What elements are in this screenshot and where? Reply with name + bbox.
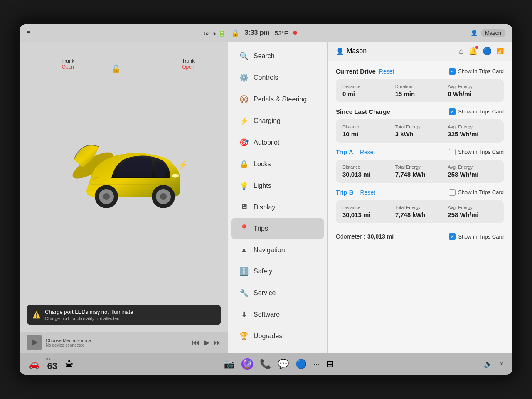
next-track-button[interactable]: ⏭ (214, 338, 221, 347)
autopilot-icon: 🎯 (239, 138, 249, 147)
prev-track-button[interactable]: ⏮ (192, 338, 200, 347)
menu-item-service[interactable]: 🔧 Service (231, 283, 324, 303)
stat-total-energy-tripb: Total Energy 7,748 kWh (395, 205, 445, 218)
menu-label-trips: Trips (254, 225, 268, 232)
show-trips-label-3: Show in Trips Card (458, 149, 504, 155)
current-drive-stats: Distance 0 mi Duration 15 min Avg. Energ… (336, 79, 504, 102)
record-dot (293, 31, 297, 35)
warning-text-sub: Charge port functionality not affected (45, 316, 133, 321)
grid-taskbar-icon[interactable]: ⊞ (326, 359, 334, 369)
menu-item-software[interactable]: ⬇ Software (231, 304, 324, 325)
trip-b-reset[interactable]: Reset (360, 189, 376, 196)
trip-a-checkbox[interactable] (449, 149, 456, 155)
trip-b-checkbox[interactable] (449, 189, 456, 196)
lock-icon-float: 🔓 (111, 64, 121, 74)
stat-avg-energy-tripa: Avg. Energy 258 Wh/mi (448, 165, 497, 178)
chat-taskbar-icon[interactable]: 💬 (278, 359, 289, 369)
user-chip[interactable]: Mason (481, 29, 505, 37)
stat-duration-current: Duration 15 min (395, 84, 445, 97)
more-taskbar-icon[interactable]: ··· (313, 360, 320, 369)
trip-a-title: Trip A (336, 148, 353, 155)
menu-item-controls[interactable]: ⚙️ Controls (231, 67, 324, 88)
show-trips-label-4: Show in Trips Card (458, 189, 504, 195)
notification-icon[interactable]: 🔔 (468, 47, 478, 56)
stat-distance-tripb: Distance 30,013 mi (342, 205, 392, 218)
menu-icon: ≡ (27, 29, 30, 37)
status-bar: ≡ 52 % 🔋 🔒 3:33 pm 53°F 👤 Mason (20, 24, 512, 42)
smiley-taskbar-icon[interactable]: 🔮 (241, 358, 253, 370)
trip-a-header: Trip A Reset Show in Trips Card (336, 148, 504, 155)
screen-bezel: ≡ 52 % 🔋 🔒 3:33 pm 53°F 👤 Mason (17, 21, 515, 378)
bottom-icons: 📷 🔮 📞 💬 🔵 ··· ⊞ (80, 358, 477, 370)
locks-icon: 🔒 (239, 160, 249, 169)
current-drive-show-trips[interactable]: ✓ Show in Trips Card (449, 68, 504, 75)
trips-icon: 📍 (239, 224, 249, 233)
volume-x-icon: ✕ (500, 361, 504, 367)
search-icon: 🔍 (239, 52, 249, 61)
person-icon: 👤 (470, 30, 478, 36)
menu-item-autopilot[interactable]: 🎯 Autopilot (231, 132, 324, 153)
stat-avg-energy-tripb: Avg. Energy 258 Wh/mi (448, 205, 497, 218)
trunk-label: Trunk Open (182, 58, 195, 70)
menu-item-upgrades[interactable]: 🏆 Upgrades (231, 326, 324, 347)
menu-item-navigation[interactable]: ▲ Navigation (231, 240, 324, 260)
right-header-user: 👤 Mason (336, 47, 455, 55)
left-panel: Frunk Open Trunk Open 🔓 (20, 42, 228, 353)
odometer-show-trips[interactable]: ✓ Show in Trips Card (449, 233, 504, 240)
menu-item-charging[interactable]: ⚡ Charging (231, 111, 324, 131)
trip-a-show-trips[interactable]: Show in Trips Card (449, 149, 504, 155)
since-last-charge-checkbox[interactable]: ✓ (449, 108, 456, 115)
menu-item-display[interactable]: 🖥 Display (231, 197, 324, 217)
menu-item-lights[interactable]: 💡 Lights (231, 175, 324, 196)
signal-icon: 📶 (497, 48, 504, 54)
warning-banner: ⚠️ Charge port LEDs may not illuminate C… (27, 305, 221, 325)
menu-item-search[interactable]: 🔍 Search (231, 46, 324, 66)
menu-label-controls: Controls (254, 74, 278, 81)
upgrades-icon: 🏆 (239, 332, 249, 341)
odometer-label: Odometer : (336, 233, 365, 240)
bluetooth-taskbar-icon[interactable]: 🔵 (296, 359, 307, 369)
volume-icon[interactable]: 🔈 (484, 360, 493, 369)
current-drive-reset[interactable]: Reset (379, 68, 394, 75)
odometer-checkbox[interactable]: ✓ (449, 233, 456, 240)
battery-display: 52 % 🔋 (204, 29, 227, 37)
trip-b-show-trips[interactable]: Show in Trips Card (449, 189, 504, 196)
main-area: Frunk Open Trunk Open 🔓 (20, 42, 512, 353)
road-icon: 🛣 (65, 360, 74, 369)
bottom-taskbar: 🚗 manual 63 🛣 📷 🔮 📞 💬 🔵 ··· ⊞ (20, 353, 512, 375)
trip-a-reset[interactable]: Reset (360, 149, 375, 155)
right-panel-username: Mason (347, 47, 367, 55)
odometer-value: 30,013 mi (367, 233, 394, 240)
menu-item-trips[interactable]: 📍 Trips (231, 218, 324, 239)
display-icon: 🖥 (239, 203, 249, 212)
warning-icon: ⚠️ (32, 311, 41, 319)
car-area: Frunk Open Trunk Open 🔓 (20, 42, 228, 301)
phone-taskbar-icon[interactable]: 📞 (260, 359, 271, 369)
car-taskbar-icon[interactable]: 🚗 (28, 359, 39, 369)
stat-total-energy-tripa: Total Energy 7,748 kWh (395, 165, 445, 178)
menu-label-charging: Charging (254, 117, 281, 125)
controls-icon: ⚙️ (239, 73, 249, 82)
menu-item-locks[interactable]: 🔒 Locks (231, 154, 324, 175)
user-name-status: Mason (485, 30, 501, 36)
since-last-charge-title: Since Last Charge (336, 108, 390, 115)
trip-b-stats: Distance 30,013 mi Total Energy 7,748 kW… (336, 200, 504, 223)
current-drive-checkbox[interactable]: ✓ (449, 68, 456, 75)
menu-item-safety[interactable]: ℹ️ Safety (231, 261, 324, 282)
car-illustration: ⚡ (57, 132, 190, 211)
svg-text:⚡: ⚡ (178, 160, 187, 170)
lights-icon: 💡 (239, 181, 249, 190)
menu-label-software: Software (254, 311, 280, 318)
camera-taskbar-icon[interactable]: 📷 (224, 359, 235, 369)
stat-distance-charge: Distance 10 mi (342, 124, 392, 138)
bluetooth-icon[interactable]: 🔵 (483, 47, 492, 56)
service-icon: 🔧 (239, 288, 249, 298)
menu-item-pedals[interactable]: 🛞 Pedals & Steering (231, 89, 324, 110)
since-last-charge-show-trips[interactable]: ✓ Show in Trips Card (449, 108, 504, 115)
software-icon: ⬇ (239, 310, 249, 319)
right-panel: 👤 Mason ⌂ 🔔 🔵 📶 Current Drive Reset (328, 42, 512, 353)
menu-label-display: Display (254, 204, 275, 211)
home-icon[interactable]: ⌂ (459, 47, 463, 56)
svg-point-6 (160, 193, 167, 200)
play-button[interactable]: ▶ (204, 338, 209, 347)
